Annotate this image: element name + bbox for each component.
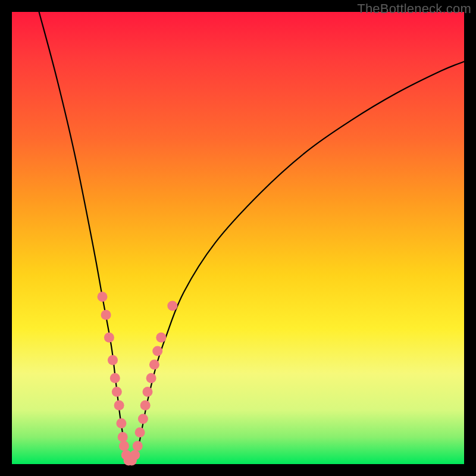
sample-point <box>112 387 122 397</box>
sample-point <box>133 441 143 451</box>
sample-point <box>101 310 111 320</box>
sample-point <box>135 427 145 437</box>
sample-point <box>98 292 108 302</box>
sample-point <box>146 373 156 383</box>
sample-point <box>149 359 159 369</box>
sample-points <box>98 292 178 465</box>
sample-point <box>116 418 126 428</box>
sample-point <box>110 373 120 383</box>
sample-point <box>152 346 162 356</box>
sample-point <box>118 432 128 442</box>
chart-frame: TheBottleneck.com <box>0 0 476 476</box>
sample-point <box>130 450 140 460</box>
sample-point <box>138 414 148 424</box>
sample-point <box>119 441 129 451</box>
sample-point <box>114 400 124 411</box>
sample-point <box>108 355 118 365</box>
sample-point <box>104 333 114 343</box>
sample-point <box>140 400 151 411</box>
sample-point <box>167 301 177 311</box>
sample-point <box>156 333 166 343</box>
sample-point <box>143 387 153 397</box>
bottleneck-curve <box>39 12 464 464</box>
chart-svg <box>12 12 464 464</box>
